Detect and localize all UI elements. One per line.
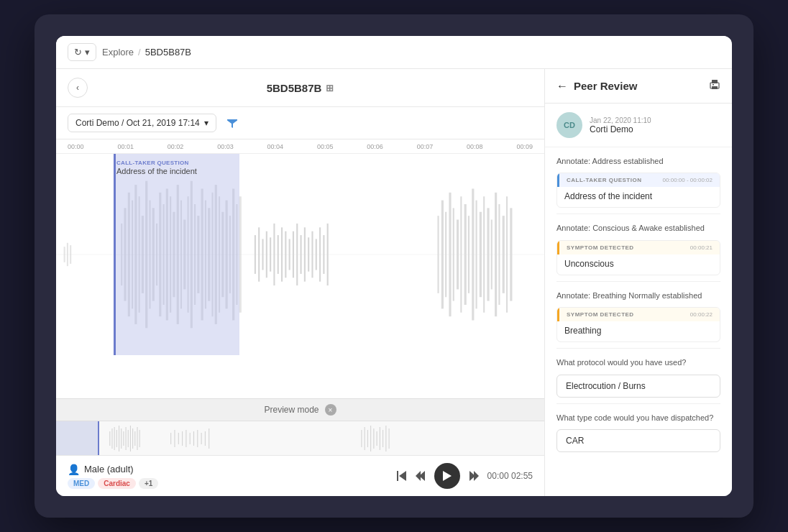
card-text-conscious: Unconscious [557,254,720,275]
ruler-marks: 00:00 00:01 00:02 00:03 00:04 00:05 00:0… [56,143,544,150]
peer-review-title: ← Peer Review [556,80,637,93]
svg-rect-122 [712,80,718,83]
question-conscious: Annotate: Conscious & Awake established [556,223,720,234]
play-button[interactable] [434,463,460,489]
question-typecode: What type code would you have dispatched… [556,413,720,423]
reviewer-details: Jan 22, 2020 11:10 Corti Demo [590,116,651,134]
svg-rect-92 [139,430,140,447]
svg-rect-114 [397,471,398,481]
breadcrumb: Explore / 5BD5B87B [102,47,191,58]
svg-rect-90 [134,431,135,446]
svg-rect-97 [185,430,186,447]
card-type-conscious: SYMPTOM DETECTED [567,244,634,251]
skip-back-button[interactable] [416,471,426,481]
typecode-input-display[interactable]: CAR [556,429,720,452]
svg-rect-104 [361,430,362,447]
svg-rect-100 [197,430,198,447]
card-time-conscious: 00:00:21 [690,244,713,251]
back-button[interactable]: ‹ [68,78,88,98]
card-header-address: CALL-TAKER QUESTION 00:00:00 - 00:00:02 [557,173,720,187]
svg-rect-85 [123,431,124,446]
svg-rect-86 [126,427,127,450]
mini-waveform-svg [56,421,544,456]
svg-marker-120 [474,471,479,481]
player-controls: 👤 Male (adult) MED Cardiac +1 [56,456,544,496]
svg-rect-95 [178,433,179,444]
ruler-mark-5: 00:05 [317,143,334,150]
card-header-breathing: SYMPTOM DETECTED 00:00:22 [557,308,720,321]
mini-waveform[interactable] [56,421,544,456]
svg-marker-118 [443,471,452,481]
preview-bar: Preview mode × [56,398,544,421]
skip-forward-button[interactable] [469,471,479,481]
svg-rect-93 [170,433,171,444]
svg-rect-123 [712,86,718,89]
ruler-mark-0: 00:00 [68,143,84,150]
annotation-card-breathing: SYMPTOM DETECTED 00:00:22 Breathing [556,307,720,342]
svg-rect-124 [713,84,714,86]
review-section-breathing: Annotate: Breathing Normally established… [556,282,720,349]
review-section-conscious: Annotate: Conscious & Awake established … [556,214,720,281]
patient-name: 👤 Male (adult) [68,464,158,475]
annotation-card-address: CALL-TAKER QUESTION 00:00:00 - 00:00:02 … [556,173,720,208]
timeline-ruler: 00:00 00:01 00:02 00:03 00:04 00:05 00:0… [56,139,544,154]
peer-review-back-icon[interactable]: ← [556,80,568,93]
card-text-breathing: Breathing [557,321,720,341]
annotation-block [114,154,239,355]
mini-viewport [56,421,99,455]
card-header-conscious: SYMPTOM DETECTED 00:00:21 [557,241,720,254]
tag-med[interactable]: MED [68,478,95,489]
svg-rect-108 [373,428,374,449]
svg-rect-101 [201,433,202,444]
right-panel: ← Peer Review CD [545,69,732,496]
review-section-address: Annotate: Address established CALL-TAKER… [556,147,720,214]
controls: 00:00 02:55 [397,463,533,489]
card-type-address: CALL-TAKER QUESTION [567,177,641,183]
svg-marker-115 [399,471,406,481]
reviewer-info: CD Jan 22, 2020 11:10 Corti Demo [545,104,732,147]
date-chevron: ▾ [204,118,209,128]
back-icon: ‹ [76,83,79,93]
svg-rect-88 [130,426,131,451]
time-display: 00:00 02:55 [487,471,533,481]
svg-rect-91 [137,427,137,450]
tag-cardiac[interactable]: Cardiac [98,478,136,489]
preview-close-button[interactable]: × [325,404,336,416]
protocol-input-display[interactable]: Electrocution / Burns [556,375,720,398]
reviewer-date: Jan 22, 2020 11:10 [590,116,651,124]
question-address: Annotate: Address established [556,156,720,167]
svg-rect-82 [116,430,117,447]
svg-rect-83 [119,426,119,451]
svg-rect-112 [385,426,386,451]
refresh-nav-button[interactable]: ↻ ▾ [68,43,96,61]
avatar: CD [556,112,582,138]
annotation-text: Address of the incident [116,167,197,175]
svg-rect-103 [209,428,209,449]
svg-rect-110 [380,427,380,450]
peer-review-title-text: Peer Review [574,80,637,92]
selector-row: Corti Demo / Oct 21, 2019 17:14 ▾ [56,107,544,139]
svg-rect-107 [370,426,371,451]
svg-rect-99 [193,431,194,446]
svg-rect-105 [365,427,365,450]
ruler-mark-8: 00:08 [467,143,483,150]
svg-rect-80 [111,428,112,449]
tag-more[interactable]: +1 [139,478,158,489]
skip-back-start-button[interactable] [397,471,407,481]
svg-rect-87 [128,430,129,447]
time-total: 02:55 [511,471,533,481]
copy-icon[interactable]: ⊞ [326,83,334,93]
svg-rect-102 [205,431,206,446]
svg-rect-113 [389,428,390,449]
breadcrumb-parent[interactable]: Explore [102,47,134,58]
preview-label: Preview mode [264,405,319,415]
print-button[interactable] [709,79,720,93]
filter-button[interactable] [222,113,242,133]
svg-rect-81 [114,427,115,450]
date-selector[interactable]: Corti Demo / Oct 21, 2019 17:14 ▾ [68,114,216,132]
svg-rect-94 [174,430,175,447]
ruler-mark-4: 00:04 [267,143,284,150]
annotation-card-conscious: SYMPTOM DETECTED 00:00:21 Unconscious [556,240,720,275]
breadcrumb-separator: / [138,47,141,58]
ruler-mark-3: 00:03 [217,143,234,150]
